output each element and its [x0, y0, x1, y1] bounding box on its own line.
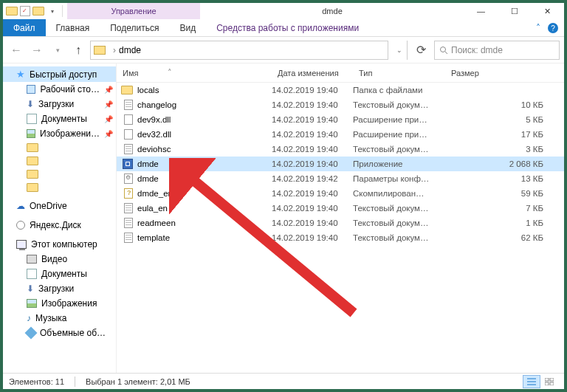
nav-recent-2[interactable]: [3, 154, 116, 168]
tab-share[interactable]: Поделиться: [100, 19, 169, 36]
recent-locations-icon[interactable]: ▾: [49, 41, 66, 59]
nav-this-pc[interactable]: Этот компьютер: [3, 237, 116, 252]
file-list-pane: Имя˄ Дата изменения Тип Размер locals14.…: [117, 63, 564, 373]
nav-3d-objects[interactable]: Объемные об…: [3, 326, 116, 340]
ribbon-toggle-icon[interactable]: ˄: [529, 19, 548, 36]
file-size: 13 КБ: [445, 174, 564, 183]
file-name: dmde: [137, 159, 272, 168]
file-row[interactable]: dev9x.dll14.02.2019 19:40Расширение при……: [117, 112, 564, 127]
pin-icon: 📌: [104, 115, 113, 123]
titlebar: ✓ ▾ Управление dmde — ☐ ✕: [3, 3, 564, 19]
nav-onedrive[interactable]: ☁OneDrive: [3, 199, 116, 213]
file-row[interactable]: eula_en14.02.2019 19:40Текстовый докум…7…: [117, 201, 564, 216]
list-icon: [527, 378, 536, 385]
file-date: 14.02.2019 19:40: [272, 130, 353, 139]
file-row[interactable]: dmde_en14.02.2019 19:40Скомпилирован…59 …: [117, 186, 564, 201]
pin-icon: 📌: [104, 86, 113, 94]
folder-icon: [27, 143, 38, 152]
file-date: 14.02.2019 19:40: [272, 189, 353, 198]
file-row[interactable]: readmeen14.02.2019 19:40Текстовый докум……: [117, 216, 564, 230]
file-size: 1 КБ: [445, 219, 564, 227]
window-controls: — ☐ ✕: [464, 3, 564, 19]
nav-videos[interactable]: Видео: [3, 252, 116, 267]
address-dropdown-icon[interactable]: ⌄: [391, 41, 408, 60]
file-row[interactable]: dmde14.02.2019 19:40Приложение2 068 КБ: [117, 157, 564, 171]
search-box[interactable]: Поиск: dmde: [434, 41, 560, 60]
file-size: 59 КБ: [445, 189, 564, 198]
file-type: Текстовый докум…: [353, 219, 445, 227]
address-bar[interactable]: › dmde: [90, 41, 388, 60]
svg-line-1: [445, 52, 447, 54]
tab-file[interactable]: Файл: [3, 19, 46, 36]
nav-downloads-pc[interactable]: ⬇Загрузки: [3, 281, 116, 296]
sort-asc-icon: ˄: [168, 68, 172, 78]
nav-pictures-pc[interactable]: Изображения: [3, 296, 116, 311]
file-name: dev32.dll: [137, 130, 272, 139]
file-name: changelog: [137, 100, 272, 109]
music-icon: ♪: [27, 313, 31, 323]
nav-music[interactable]: ♪Музыка: [3, 311, 116, 326]
breadcrumb-folder[interactable]: dmde: [119, 45, 141, 55]
file-date: 14.02.2019 19:40: [272, 145, 353, 154]
file-name: deviohsc: [137, 145, 272, 154]
file-name: template: [137, 233, 272, 242]
file-type-icon: [117, 218, 137, 228]
file-type-icon: [117, 100, 137, 110]
folder-icon: [27, 157, 38, 165]
tab-app-tools[interactable]: Средства работы с приложениями: [206, 19, 369, 36]
file-row[interactable]: locals14.02.2019 19:40Папка с файлами: [117, 83, 564, 97]
file-row[interactable]: deviohsc14.02.2019 19:40Текстовый докум……: [117, 142, 564, 157]
file-size: 7 КБ: [445, 204, 564, 213]
file-row[interactable]: template14.02.2019 19:40Текстовый докум……: [117, 230, 564, 245]
file-type: Текстовый докум…: [353, 100, 445, 109]
nav-desktop[interactable]: Рабочий сто…📌: [3, 82, 116, 97]
file-size: 62 КБ: [445, 233, 564, 242]
file-row[interactable]: changelog14.02.2019 19:40Текстовый докум…: [117, 97, 564, 112]
file-type: Расширение при…: [353, 115, 445, 124]
col-date[interactable]: Дата изменения: [272, 69, 353, 78]
qat-new-folder-icon[interactable]: [32, 5, 44, 17]
forward-button[interactable]: →: [28, 41, 46, 59]
search-icon: [439, 46, 448, 55]
qat-properties-icon[interactable]: ✓: [20, 6, 30, 16]
nav-quick-access[interactable]: ★Быстрый доступ: [3, 66, 116, 82]
nav-pictures[interactable]: Изображени…📌: [3, 126, 116, 141]
details-view-button[interactable]: [523, 375, 540, 388]
qat-dropdown-icon[interactable]: ▾: [47, 5, 58, 17]
file-type-icon: [117, 114, 137, 125]
back-button[interactable]: ←: [7, 41, 25, 59]
refresh-button[interactable]: ⟳: [410, 41, 431, 60]
explorer-window: ✓ ▾ Управление dmde — ☐ ✕ Файл Главная П…: [0, 0, 567, 392]
thumbnails-view-button[interactable]: [540, 375, 558, 388]
col-size[interactable]: Размер: [445, 69, 564, 78]
maximize-button[interactable]: ☐: [498, 3, 531, 19]
close-button[interactable]: ✕: [531, 3, 564, 19]
nav-yandex-disk[interactable]: Яндекс.Диск: [3, 218, 116, 233]
desktop-icon: [27, 85, 35, 94]
help-icon[interactable]: ?: [548, 23, 558, 33]
folder-icon: [94, 46, 106, 55]
minimize-button[interactable]: —: [464, 3, 498, 19]
nav-recent-4[interactable]: [3, 181, 116, 194]
nav-documents[interactable]: Документы📌: [3, 111, 116, 126]
view-switcher: [523, 375, 558, 388]
file-type-icon: [117, 159, 137, 169]
nav-recent-3[interactable]: [3, 168, 116, 181]
up-button[interactable]: ↑: [69, 41, 87, 59]
nav-downloads[interactable]: ⬇Загрузки📌: [3, 97, 116, 111]
col-name[interactable]: Имя˄: [117, 68, 272, 78]
tab-home[interactable]: Главная: [46, 19, 100, 36]
file-name: dmde_en: [137, 189, 272, 198]
breadcrumb-separator-icon[interactable]: ›: [113, 45, 116, 55]
quick-access-toolbar: ✓ ▾: [3, 3, 67, 19]
file-date: 14.02.2019 19:40: [272, 115, 353, 124]
file-row[interactable]: dmde14.02.2019 19:42Параметры конф…13 КБ: [117, 171, 564, 186]
pictures-icon: [27, 129, 35, 138]
app-icon[interactable]: [6, 5, 18, 17]
col-type[interactable]: Тип: [353, 69, 445, 78]
nav-recent-1[interactable]: [3, 141, 116, 154]
nav-documents-pc[interactable]: Документы: [3, 267, 116, 281]
tab-view[interactable]: Вид: [169, 19, 206, 36]
file-row[interactable]: dev32.dll14.02.2019 19:40Расширение при……: [117, 127, 564, 142]
file-rows: locals14.02.2019 19:40Папка с файламиcha…: [117, 83, 564, 245]
